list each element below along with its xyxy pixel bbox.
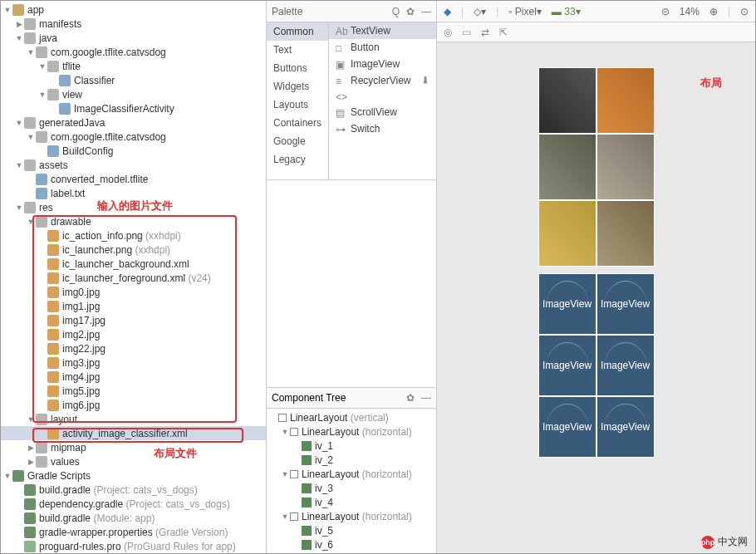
tree-item[interactable]: ▼assets (1, 158, 266, 172)
component-tree-item[interactable]: iv_4 (267, 495, 436, 509)
layout-preview[interactable]: ImageView ImageView ImageView ImageView … (437, 42, 755, 553)
disclosure-icon[interactable]: ▼ (14, 161, 24, 169)
tree-item[interactable]: img17.jpg (1, 313, 266, 327)
tree-item[interactable]: ic_launcher_background.xml (1, 257, 266, 271)
palette-item[interactable]: AbTextView (329, 22, 436, 39)
tree-item[interactable]: ImageClassifierActivity (1, 101, 266, 115)
download-icon[interactable]: ⬇ (421, 75, 430, 86)
tree-item[interactable]: ▼java (1, 31, 266, 45)
tree-item[interactable]: ▼Gradle Scripts (1, 468, 266, 483)
palette-category[interactable]: Containers (267, 114, 328, 132)
tree-item[interactable]: ic_launcher_foreground.xml (v24) (1, 271, 266, 285)
preview-iv2[interactable]: ImageView (596, 273, 655, 335)
palette-category[interactable]: Layouts (267, 96, 328, 114)
palette-category[interactable]: Google (267, 132, 328, 150)
disclosure-icon[interactable]: ▼ (280, 512, 290, 521)
disclosure-icon[interactable]: ▼ (37, 62, 47, 71)
palette-category[interactable]: Widgets (267, 77, 328, 96)
tree-item[interactable]: ▼com.google.tflite.catvsdog (1, 130, 266, 144)
component-tree-item[interactable]: iv_5 (267, 523, 436, 537)
arrows-icon[interactable]: ⇄ (481, 27, 489, 38)
component-tree-item[interactable]: ▼LinearLayout (horizontal) (267, 467, 436, 481)
preview-iv3[interactable]: ImageView (538, 335, 596, 396)
palette-item[interactable]: ▣ImageView (329, 56, 436, 72)
preview-img1[interactable] (596, 67, 655, 134)
palette-categories[interactable]: CommonTextButtonsWidgetsLayoutsContainer… (267, 22, 329, 179)
api-selector[interactable]: ▬ 33▾ (552, 6, 581, 17)
tree-item[interactable]: ▼layout (1, 412, 266, 426)
palette-category[interactable]: Buttons (267, 59, 328, 77)
disclosure-icon[interactable]: ▼ (26, 48, 36, 56)
zoom-level[interactable]: 14% (680, 6, 700, 17)
preview-iv6[interactable]: ImageView (596, 396, 655, 458)
disclosure-icon[interactable]: ▼ (2, 6, 12, 14)
view-mode-icon[interactable]: ◎ (444, 27, 452, 38)
tree-item[interactable]: ▼drawable (1, 214, 266, 228)
tree-item[interactable]: build.gradle (Project: cats_vs_dogs) (1, 483, 266, 497)
disclosure-icon[interactable]: ▼ (14, 203, 24, 212)
disclosure-icon[interactable]: ▼ (26, 133, 36, 141)
zoom-out-icon[interactable]: ⊝ (661, 6, 670, 17)
palette-item[interactable]: □Button (329, 39, 436, 56)
layers-icon[interactable]: ◆ (444, 6, 451, 17)
component-tree-item[interactable]: iv_3 (267, 481, 436, 495)
blueprint-icon[interactable]: ▭ (462, 27, 471, 38)
disclosure-icon[interactable]: ▶ (26, 444, 36, 452)
disclosure-icon[interactable]: ▶ (14, 20, 24, 28)
disclosure-icon[interactable]: ▼ (37, 91, 47, 99)
tree-item[interactable]: gradle-wrapper.properties (Gradle Versio… (1, 525, 266, 539)
tree-item[interactable]: dependency.gradle (Project: cats_vs_dogs… (1, 497, 266, 511)
tree-item[interactable]: label.txt (1, 186, 266, 200)
tree-item[interactable]: converted_model.tflite (1, 172, 266, 186)
tree-item[interactable]: ▼generatedJava (1, 115, 266, 130)
palette-category[interactable]: Text (267, 41, 328, 59)
palette-item[interactable]: ⊶Switch (329, 120, 436, 137)
expand-icon[interactable]: ⇱ (499, 27, 508, 38)
palette-item[interactable]: ▤ScrollView (329, 104, 436, 120)
preview-img3[interactable] (596, 134, 655, 200)
orientation-icon[interactable]: ◇▾ (474, 6, 486, 17)
tree-item[interactable]: img0.jpg (1, 285, 266, 299)
tree-item[interactable]: build.gradle (Module: app) (1, 511, 266, 525)
tree-item[interactable]: img1.jpg (1, 299, 266, 313)
component-tree-item[interactable]: iv_6 (267, 537, 436, 552)
tree-item[interactable]: img22.jpg (1, 341, 266, 355)
preview-iv4[interactable]: ImageView (596, 335, 655, 396)
disclosure-icon[interactable]: ▼ (280, 470, 290, 478)
disclosure-icon[interactable]: ▼ (2, 472, 12, 480)
component-tree-item[interactable]: ▼LinearLayout (horizontal) (267, 424, 436, 439)
tree-item[interactable]: img3.jpg (1, 355, 266, 370)
disclosure-icon[interactable]: ▼ (26, 218, 36, 226)
disclosure-icon[interactable]: ▼ (26, 415, 36, 424)
palette-item[interactable]: ≡RecyclerView⬇ (329, 72, 436, 89)
component-tree-item[interactable]: iv_1 (267, 439, 436, 453)
gear-icon[interactable]: ✿ (406, 6, 415, 17)
tree-item[interactable]: ▼tflite (1, 59, 266, 73)
disclosure-icon[interactable]: ▼ (14, 34, 24, 42)
disclosure-icon[interactable]: ▶ (26, 458, 36, 466)
tree-item[interactable]: ▶values (1, 454, 266, 468)
tree-item[interactable]: ic_launcher.png (xxhdpi) (1, 243, 266, 257)
minimize-icon[interactable]: — (421, 6, 431, 17)
tree-item[interactable]: proguard-rules.pro (ProGuard Rules for a… (1, 539, 266, 553)
zoom-in-icon[interactable]: ⊕ (709, 6, 718, 17)
gear-icon[interactable]: ✿ (406, 392, 415, 404)
tree-item[interactable]: img2.jpg (1, 327, 266, 341)
tree-item[interactable]: ▼app (1, 2, 266, 17)
preview-img4[interactable] (538, 200, 596, 267)
tree-item[interactable]: activity_image_classifier.xml (1, 426, 266, 440)
search-icon[interactable]: Q (392, 6, 400, 17)
preview-img2[interactable] (538, 134, 596, 200)
preview-img5[interactable] (596, 200, 655, 267)
component-tree-item[interactable]: LinearLayout (vertical) (267, 410, 436, 424)
tree-item[interactable]: ▶manifests (1, 17, 266, 31)
tree-item[interactable]: img6.jpg (1, 398, 266, 412)
palette-category[interactable]: Legacy (267, 150, 328, 169)
tree-item[interactable]: ▼com.google.tflite.catvsdog (1, 45, 266, 59)
minimize-icon[interactable]: — (421, 392, 431, 404)
preview-iv1[interactable]: ImageView (538, 273, 596, 335)
tree-item[interactable]: ▼res (1, 200, 266, 214)
tree-item[interactable]: ▼view (1, 87, 266, 101)
component-tree-item[interactable]: iv_2 (267, 453, 436, 467)
device-selector[interactable]: ▫ Pixel▾ (508, 6, 542, 17)
